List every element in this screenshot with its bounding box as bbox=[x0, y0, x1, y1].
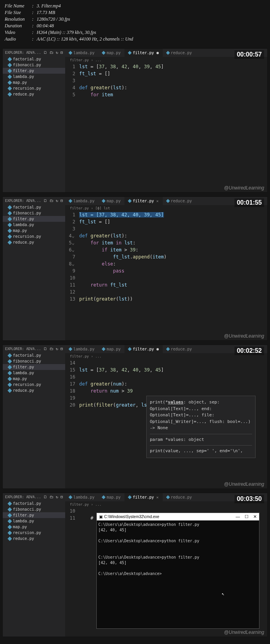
close-tab-icon[interactable]: ✕ bbox=[156, 199, 159, 203]
file-item[interactable]: factorial.py bbox=[3, 501, 65, 506]
file-item[interactable]: factorial.py bbox=[3, 352, 65, 358]
code-line[interactable]: return num > 39 bbox=[79, 387, 267, 395]
editor-tab[interactable]: map.py bbox=[98, 493, 124, 501]
new-folder-icon[interactable]: 🗀 bbox=[50, 50, 53, 55]
file-item[interactable]: fibonacci.py bbox=[3, 358, 65, 364]
refresh-icon[interactable]: ↻ bbox=[56, 495, 58, 499]
close-icon[interactable]: ✕ bbox=[253, 514, 257, 519]
editor-tab[interactable]: map.py bbox=[98, 345, 124, 353]
new-file-icon[interactable]: 🗋 bbox=[43, 50, 47, 55]
file-item[interactable]: lambda.py bbox=[3, 370, 65, 376]
file-item[interactable]: recursion.py bbox=[3, 234, 65, 239]
refresh-icon[interactable]: ↻ bbox=[56, 198, 58, 203]
file-item[interactable]: fibonacci.py bbox=[3, 210, 65, 216]
code-line[interactable]: for item in lst: bbox=[79, 239, 267, 246]
close-tab-icon[interactable]: ✕ bbox=[156, 495, 159, 499]
code-line[interactable] bbox=[79, 373, 267, 380]
code-line[interactable]: pass bbox=[79, 267, 267, 274]
editor-tab[interactable]: filter.py✕ bbox=[124, 197, 162, 205]
file-item[interactable]: filter.py bbox=[3, 68, 65, 74]
code-line[interactable] bbox=[79, 274, 267, 281]
file-label: factorial.py bbox=[13, 205, 41, 209]
refresh-icon[interactable]: ↻ bbox=[56, 50, 58, 55]
code-line[interactable] bbox=[79, 77, 267, 84]
file-item[interactable]: recursion.py bbox=[3, 85, 65, 91]
editor-tab[interactable]: filter.py bbox=[124, 345, 162, 353]
collapse-icon[interactable]: ⊟ bbox=[60, 50, 63, 55]
code-lines[interactable]: lst = [37, 38, 42, 40, 39, 45]ft_lst = [… bbox=[79, 63, 267, 192]
file-item[interactable]: factorial.py bbox=[3, 204, 65, 210]
code-line[interactable]: lst = [37, 38, 42, 40, 39, 45] bbox=[79, 366, 267, 373]
file-item[interactable]: map.py bbox=[3, 376, 65, 382]
new-folder-icon[interactable]: 🗀 bbox=[50, 198, 53, 203]
new-folder-icon[interactable]: 🗀 bbox=[50, 495, 53, 499]
code-line[interactable] bbox=[79, 288, 267, 295]
editor-tab[interactable]: lambda.py bbox=[65, 49, 98, 57]
collapse-icon[interactable]: ⊟ bbox=[60, 495, 63, 499]
editor-tab[interactable]: lambda.py bbox=[65, 493, 98, 501]
editor-tab[interactable]: map.py bbox=[98, 49, 124, 57]
code-line[interactable]: lst = [37, 38, 42, 40, 39, 45] bbox=[79, 63, 267, 70]
file-item[interactable]: map.py bbox=[3, 228, 65, 234]
editor-tab[interactable]: reduce.py bbox=[163, 49, 196, 57]
editor-tab[interactable]: lambda.py bbox=[65, 197, 98, 205]
code-line[interactable]: def greater(num): bbox=[79, 380, 267, 387]
code-line[interactable]: def greater(lst): bbox=[79, 84, 267, 91]
maximize-icon[interactable]: ☐ bbox=[245, 514, 249, 519]
file-item[interactable]: recursion.py bbox=[3, 530, 65, 536]
new-file-icon[interactable]: 🗋 bbox=[43, 495, 47, 499]
new-file-icon[interactable]: 🗋 bbox=[43, 347, 47, 351]
code-line[interactable]: else: bbox=[79, 260, 267, 267]
code-line[interactable]: if item > 39: bbox=[79, 246, 267, 253]
code-line[interactable] bbox=[79, 225, 267, 232]
new-folder-icon[interactable]: 🗀 bbox=[50, 347, 53, 351]
file-item[interactable]: recursion.py bbox=[3, 382, 65, 387]
explorer-header: EXPLORER: ADVA... 🗋 🗀 ↻ ⊟ bbox=[3, 493, 65, 501]
file-item[interactable]: filter.py bbox=[3, 216, 65, 222]
code-line[interactable]: return ft_lst bbox=[79, 281, 267, 288]
minimize-icon[interactable]: — bbox=[236, 514, 240, 519]
code-line[interactable] bbox=[79, 359, 267, 366]
editor-tab[interactable]: reduce.py bbox=[163, 197, 196, 205]
file-item[interactable]: reduce.py bbox=[3, 239, 65, 245]
file-item[interactable]: lambda.py bbox=[3, 222, 65, 228]
editor-tab[interactable]: reduce.py bbox=[163, 345, 196, 353]
editor-tab[interactable]: lambda.py bbox=[65, 345, 98, 353]
file-item[interactable]: filter.py bbox=[3, 364, 65, 370]
file-item[interactable]: factorial.py bbox=[3, 56, 65, 62]
editor-tab[interactable]: map.py bbox=[98, 197, 124, 205]
editor-tab[interactable]: reduce.py bbox=[163, 493, 196, 501]
file-label: filter.py bbox=[13, 513, 34, 517]
cmd-output[interactable]: C:\Users\a\Desktop\advance>python filter… bbox=[97, 520, 259, 628]
refresh-icon[interactable]: ↻ bbox=[56, 347, 58, 351]
cmd-titlebar[interactable]: ▣ C:\Windows\System32\cmd.exe — ☐ ✕ bbox=[97, 513, 259, 520]
tab-label: map.py bbox=[107, 51, 121, 55]
file-item[interactable]: fibonacci.py bbox=[3, 506, 65, 512]
file-item[interactable]: reduce.py bbox=[3, 91, 65, 97]
code-line[interactable]: print(greater(lst)) bbox=[79, 295, 267, 303]
editor-tab[interactable]: filter.py bbox=[124, 49, 162, 57]
code-editor[interactable]: 1234⌄5⌄6⌄78⌄910111213 lst = [37, 38, 42,… bbox=[65, 211, 267, 340]
code-line[interactable]: ft_lst = [] bbox=[79, 70, 267, 77]
file-item[interactable]: reduce.py bbox=[3, 536, 65, 541]
editor-tab[interactable]: filter.py✕ bbox=[124, 493, 162, 501]
collapse-icon[interactable]: ⊟ bbox=[60, 198, 63, 203]
file-item[interactable]: lambda.py bbox=[3, 74, 65, 80]
file-item[interactable]: lambda.py bbox=[3, 518, 65, 524]
cmd-window[interactable]: ▣ C:\Windows\System32\cmd.exe — ☐ ✕ C:\U… bbox=[96, 513, 259, 629]
file-item[interactable]: map.py bbox=[3, 524, 65, 530]
new-file-icon[interactable]: 🗋 bbox=[43, 198, 47, 203]
python-file-icon bbox=[7, 86, 12, 90]
file-item[interactable]: map.py bbox=[3, 80, 65, 85]
code-line[interactable]: for item bbox=[79, 91, 267, 98]
file-item[interactable]: filter.py bbox=[3, 512, 65, 518]
file-item[interactable]: fibonacci.py bbox=[3, 62, 65, 68]
code-line[interactable]: lst = [37, 38, 42, 40, 39, 45] bbox=[79, 211, 267, 218]
file-item[interactable]: reduce.py bbox=[3, 387, 65, 393]
code-line[interactable]: def greater(lst): bbox=[79, 232, 267, 239]
code-lines[interactable]: lst = [37, 38, 42, 40, 39, 45]ft_lst = [… bbox=[79, 211, 267, 340]
code-editor[interactable]: 12345 lst = [37, 38, 42, 40, 39, 45]ft_l… bbox=[65, 63, 267, 192]
collapse-icon[interactable]: ⊟ bbox=[60, 347, 63, 351]
code-line[interactable]: ft_lst.append(item) bbox=[79, 253, 267, 260]
code-line[interactable]: ft_lst = [] bbox=[79, 218, 267, 225]
